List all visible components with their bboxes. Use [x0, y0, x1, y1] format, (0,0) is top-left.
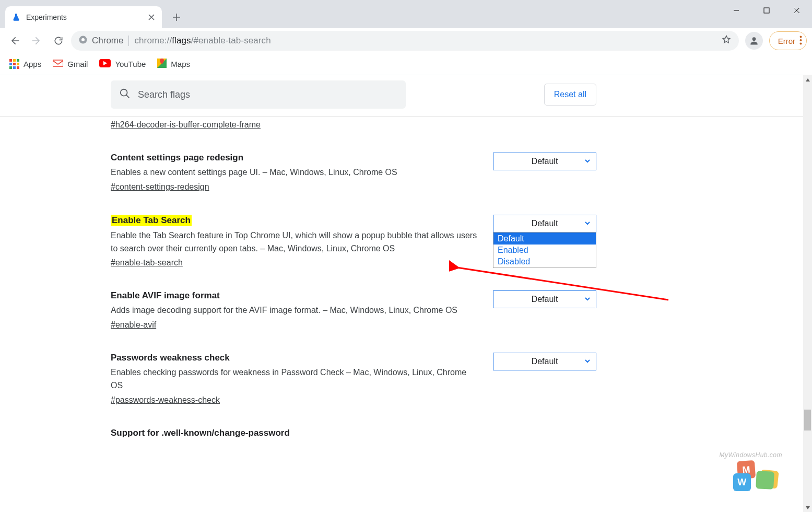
flag-select-value: Default: [532, 295, 558, 304]
chevron-down-icon: [584, 295, 591, 304]
apps-label: Apps: [23, 60, 41, 68]
flag-select-value: Default: [532, 157, 558, 166]
chevron-down-icon: [584, 157, 591, 166]
flag-description: Enable the Tab Search feature in Top Chr…: [111, 229, 478, 255]
flag-title: Content settings page redesign: [111, 153, 478, 163]
flag-select[interactable]: Default: [493, 215, 596, 232]
gmail-icon: [53, 59, 63, 69]
reset-all-button[interactable]: Reset all: [544, 84, 596, 106]
flag-select-value: Default: [532, 219, 558, 228]
flag-row: Support for .well-known/change-password: [111, 428, 596, 438]
svg-rect-0: [764, 8, 769, 13]
maps-icon: [157, 59, 167, 69]
dropdown-option[interactable]: Enabled: [493, 245, 596, 256]
flags-sticky-header: Search flags Reset all: [0, 75, 803, 117]
error-chip[interactable]: Error: [769, 31, 807, 50]
minimize-button[interactable]: [721, 0, 751, 21]
youtube-icon: [99, 59, 111, 69]
flags-list: #h264-decoder-is-buffer-complete-frame C…: [0, 117, 803, 438]
divider: [128, 36, 129, 46]
address-bar[interactable]: Chrome chrome://flags/#enable-tab-search: [71, 31, 739, 51]
flag-title: Support for .well-known/change-password: [111, 428, 478, 438]
scroll-down-icon[interactable]: [803, 503, 812, 512]
flags-page: Search flags Reset all #h264-decoder-is-…: [0, 75, 803, 512]
flag-row: Content settings page redesign Enables a…: [111, 153, 596, 192]
toolbar: Chrome chrome://flags/#enable-tab-search…: [0, 28, 812, 53]
watermark-text: MyWindowsHub.com: [719, 451, 782, 459]
flag-title: Enable AVIF image format: [111, 290, 478, 301]
flag-title: Enable Tab Search: [111, 215, 192, 226]
maximize-button[interactable]: [751, 0, 782, 21]
flag-select[interactable]: Default: [493, 290, 596, 308]
flag-anchor[interactable]: #enable-avif: [111, 320, 156, 330]
window-controls: [721, 0, 812, 21]
bookmark-gmail[interactable]: Gmail: [53, 59, 88, 69]
close-icon[interactable]: [147, 13, 156, 21]
flag-row: Passwords weakness check Enables checkin…: [111, 353, 596, 405]
flask-icon: [11, 13, 21, 22]
flag-anchor[interactable]: #passwords-weakness-check: [111, 395, 220, 405]
scroll-thumb[interactable]: [804, 410, 811, 430]
url-text: chrome://flags/#enable-tab-search: [134, 36, 270, 46]
page-viewport: Search flags Reset all #h264-decoder-is-…: [0, 75, 812, 512]
flag-description: Adds image decoding support for the AVIF…: [111, 304, 478, 317]
back-button[interactable]: [5, 31, 24, 50]
vertical-scrollbar[interactable]: [803, 75, 812, 512]
chrome-icon: [78, 35, 88, 47]
flag-anchor[interactable]: #content-settings-redesign: [111, 182, 209, 192]
chevron-down-icon: [584, 219, 591, 228]
flag-title: Passwords weakness check: [111, 353, 478, 363]
search-icon: [119, 88, 131, 102]
flag-description: Enables checking passwords for weakness …: [111, 366, 478, 392]
flag-select-dropdown: Default Enabled Disabled: [493, 232, 596, 268]
close-window-button[interactable]: [782, 0, 812, 21]
svg-point-6: [800, 42, 802, 44]
site-chip: Chrome: [78, 35, 123, 47]
bookmarks-bar: Apps Gmail YouTube Maps: [0, 53, 812, 75]
flag-anchor[interactable]: #h264-decoder-is-buffer-complete-frame: [111, 120, 261, 130]
chevron-down-icon: [584, 357, 591, 366]
site-chip-label: Chrome: [92, 36, 123, 46]
flag-select-value: Default: [532, 357, 558, 366]
dropdown-option[interactable]: Default: [493, 233, 596, 245]
menu-dots-icon: [799, 36, 802, 46]
flag-row: Enable Tab Search Enable the Tab Search …: [111, 215, 596, 268]
tab-title: Experiments: [26, 13, 142, 21]
bookmark-youtube[interactable]: YouTube: [99, 59, 146, 69]
bookmark-maps[interactable]: Maps: [157, 59, 190, 69]
youtube-label: YouTube: [115, 60, 146, 68]
browser-tab[interactable]: Experiments: [5, 6, 162, 28]
flag-select[interactable]: Default: [493, 153, 596, 170]
flag-row: Enable AVIF image format Adds image deco…: [111, 290, 596, 330]
profile-button[interactable]: [745, 32, 763, 50]
watermark: MyWindowsHub.com M W: [719, 451, 782, 491]
search-flags-input[interactable]: Search flags: [111, 80, 406, 109]
maps-label: Maps: [171, 60, 190, 68]
dropdown-option[interactable]: Disabled: [493, 256, 596, 267]
reload-button[interactable]: [49, 31, 68, 50]
flag-description: Enables a new content settings page UI. …: [111, 166, 478, 179]
apps-icon: [9, 59, 19, 69]
scroll-up-icon[interactable]: [803, 75, 812, 84]
new-tab-button[interactable]: [169, 10, 184, 25]
error-label: Error: [778, 37, 795, 45]
search-placeholder: Search flags: [138, 89, 190, 100]
svg-point-2: [81, 38, 85, 41]
forward-button[interactable]: [27, 31, 46, 50]
svg-point-3: [752, 37, 756, 41]
flag-select[interactable]: Default: [493, 353, 596, 370]
bookmark-star-icon[interactable]: [721, 34, 732, 48]
titlebar: Experiments: [0, 0, 812, 28]
svg-point-4: [800, 36, 802, 38]
flag-anchor[interactable]: #enable-tab-search: [111, 258, 183, 267]
svg-point-10: [121, 89, 127, 96]
svg-point-5: [800, 39, 802, 41]
gmail-label: Gmail: [67, 60, 88, 68]
apps-shortcut[interactable]: Apps: [9, 59, 41, 69]
